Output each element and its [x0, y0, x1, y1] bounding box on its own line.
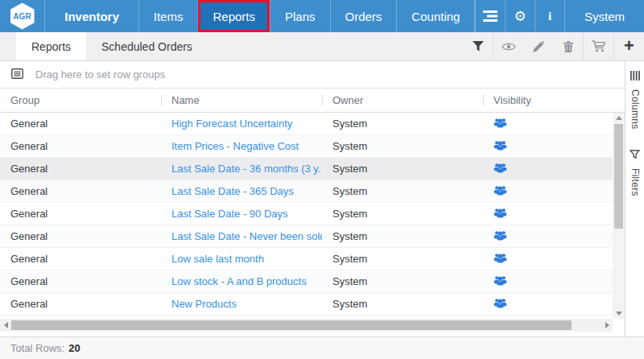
report-name-link[interactable]: Last Sale Date - Never been sold [171, 230, 322, 242]
nav-item-reports[interactable]: Reports [197, 0, 270, 32]
tab-bar: Reports Scheduled Orders + [0, 32, 644, 61]
report-name-link[interactable]: New Products [171, 298, 237, 310]
cell-owner: System [322, 208, 483, 220]
app-window: AGR Inventory Items Reports Plans Orders… [0, 0, 644, 359]
cell-group: General [0, 185, 161, 197]
column-header-visibility[interactable]: Visibility [483, 89, 625, 112]
grid-rows: General High Forecast Uncertainty System… [0, 113, 625, 316]
report-name-link[interactable]: Low sale last month [171, 253, 264, 265]
nav-item-orders[interactable]: Orders [330, 0, 397, 32]
report-name-link[interactable]: Last Sale Date - 36 months (3 y... [171, 163, 322, 175]
cell-group: General [0, 163, 161, 175]
table-row[interactable]: General Low sale last month System [0, 248, 625, 270]
grid-bottom-spacer [0, 332, 625, 336]
tool-panel-filters-label: Filters [630, 168, 641, 196]
cell-owner: System [322, 275, 483, 287]
users-icon [493, 185, 507, 198]
status-bar: Total Rows: 20 [0, 336, 644, 359]
scrollbar-corner [613, 319, 625, 332]
report-name-link[interactable]: Item Prices - Negative Cost [171, 140, 299, 152]
cell-visibility [483, 253, 625, 266]
user-menu[interactable]: System [564, 0, 644, 32]
nav-item-counting[interactable]: Counting [396, 0, 475, 32]
table-row[interactable]: General Item Prices - Negative Cost Syst… [0, 135, 625, 158]
users-icon [493, 298, 507, 311]
vertical-scrollbar-thumb[interactable] [614, 124, 623, 229]
cell-visibility [483, 185, 625, 198]
cell-owner: System [322, 140, 483, 152]
horizontal-scrollbar[interactable] [0, 319, 613, 332]
table-row[interactable]: General Low stock - A and B products Sys… [0, 270, 625, 293]
filter-icon[interactable] [463, 32, 493, 61]
column-header-name[interactable]: Name [161, 89, 322, 112]
report-name-link[interactable]: Last Sale Date - 90 Days [171, 208, 288, 220]
cart-icon[interactable] [584, 32, 613, 61]
report-name-link[interactable]: Low stock - A and B products [171, 275, 307, 287]
cell-group: General [0, 208, 161, 220]
tasks-icon[interactable] [475, 0, 505, 32]
cell-owner: System [322, 118, 483, 130]
row-group-panel[interactable]: Drag here to set row groups [0, 61, 625, 89]
table-row[interactable]: General Last Sale Date - 365 Days System [0, 180, 625, 203]
users-icon [493, 118, 507, 130]
eye-icon[interactable] [493, 32, 523, 61]
grid-body: General High Forecast Uncertainty System… [0, 113, 625, 319]
horizontal-scrollbar-thumb[interactable] [11, 320, 572, 330]
cell-visibility [483, 275, 625, 288]
gear-icon[interactable]: ⚙ [505, 0, 535, 32]
tab-actions: + [463, 32, 644, 60]
scroll-right-arrow[interactable] [601, 319, 613, 332]
plus-icon[interactable]: + [614, 32, 644, 61]
tool-panel-filters[interactable]: Filters [630, 148, 641, 196]
cell-owner: System [322, 185, 483, 197]
report-name-link[interactable]: Last Sale Date - 365 Days [171, 185, 294, 197]
top-navbar: AGR Inventory Items Reports Plans Orders… [0, 0, 644, 32]
scroll-up-arrow[interactable] [613, 113, 625, 123]
cell-owner: System [322, 230, 483, 242]
users-icon [493, 275, 507, 288]
column-header-owner[interactable]: Owner [322, 89, 483, 112]
main-content: Drag here to set row groups Group Name O… [0, 61, 644, 336]
cell-group: General [0, 253, 161, 265]
cell-visibility [483, 208, 625, 221]
vertical-scrollbar[interactable] [613, 113, 625, 319]
trash-icon[interactable] [553, 32, 583, 61]
cell-visibility [483, 230, 625, 243]
nav-app-name[interactable]: Inventory [44, 0, 138, 32]
users-icon [493, 253, 507, 266]
table-row[interactable]: General High Forecast Uncertainty System [0, 113, 625, 135]
info-icon[interactable]: i [535, 0, 564, 32]
nav-item-plans[interactable]: Plans [270, 0, 330, 32]
scroll-left-arrow[interactable] [0, 319, 11, 332]
cell-group: General [0, 298, 161, 310]
table-row[interactable]: General Last Sale Date - 90 Days System [0, 203, 625, 225]
cell-group: General [0, 230, 161, 242]
grid-header: Group Name Owner Visibility [0, 89, 625, 113]
column-header-group[interactable]: Group [0, 89, 161, 112]
agr-logo[interactable]: AGR [0, 0, 44, 32]
table-row[interactable]: General Last Sale Date - 36 months (3 y.… [0, 158, 625, 180]
cell-group: General [0, 140, 161, 152]
tab-reports[interactable]: Reports [16, 32, 86, 60]
tab-scheduled-orders[interactable]: Scheduled Orders [86, 32, 208, 60]
table-row[interactable]: General Last Sale Date - Never been sold… [0, 225, 625, 248]
cell-visibility [483, 298, 625, 311]
report-name-link[interactable]: High Forecast Uncertainty [171, 118, 292, 130]
scroll-down-arrow[interactable] [613, 308, 625, 319]
cell-visibility [483, 140, 625, 153]
users-icon [493, 230, 507, 243]
nav-item-items[interactable]: Items [138, 0, 198, 32]
tool-panel-columns-label: Columns [630, 89, 641, 129]
table-row[interactable]: General New Products System [0, 293, 625, 316]
agr-logo-hexagon: AGR [10, 3, 35, 30]
cell-visibility [483, 163, 625, 175]
agr-logo-text: AGR [13, 12, 31, 21]
columns-icon [630, 69, 640, 84]
total-rows-value: 20 [68, 342, 80, 354]
horizontal-scrollbar-row [0, 319, 625, 332]
pencil-icon[interactable] [523, 32, 553, 61]
users-icon [493, 163, 507, 175]
tool-panel-columns[interactable]: Columns [630, 69, 641, 129]
row-group-placeholder: Drag here to set row groups [35, 68, 165, 80]
users-icon [493, 140, 507, 153]
